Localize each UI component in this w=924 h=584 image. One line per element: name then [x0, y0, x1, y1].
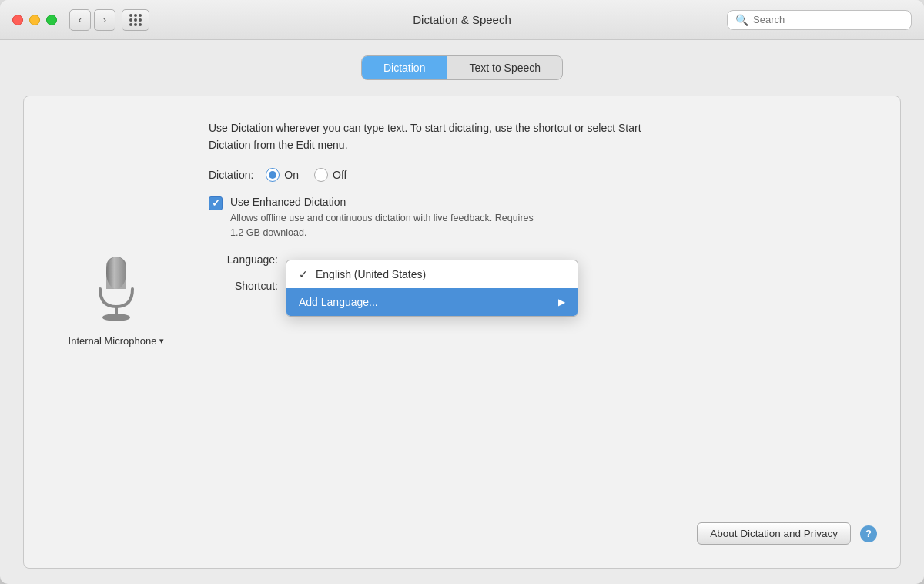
dropdown-item-add-language[interactable]: Add Language... ▶ — [286, 288, 578, 316]
nav-buttons: ‹ › — [69, 9, 116, 31]
tabs-container: Dictation Text to Speech — [361, 55, 563, 80]
search-input[interactable] — [753, 14, 903, 25]
enhanced-content: Use Enhanced Dictation Allows offline us… — [230, 196, 538, 240]
radio-on[interactable]: On — [266, 168, 299, 182]
window-title: Dictation & Speech — [413, 13, 511, 26]
description-text: Use Dictation wherever you can type text… — [209, 119, 655, 154]
language-label: Language: — [209, 253, 278, 266]
language-dropdown-menu[interactable]: ✓ English (United States) Add Language..… — [286, 260, 578, 317]
back-button[interactable]: ‹ — [69, 9, 91, 31]
bottom-bar: About Dictation and Privacy ? — [47, 522, 877, 545]
dictation-row: Dictation: On Off — [209, 168, 877, 182]
check-icon: ✓ — [299, 268, 308, 280]
enhanced-description: Allows offline use and continuous dictat… — [230, 211, 538, 240]
search-icon: 🔍 — [735, 14, 748, 26]
grid-button[interactable] — [122, 9, 149, 31]
language-row: Language: ✓ English (United States) Add … — [209, 253, 877, 266]
tab-dictation[interactable]: Dictation — [362, 56, 447, 79]
dropdown-item-english-label: English (United States) — [316, 268, 426, 280]
dictation-label: Dictation: — [209, 169, 253, 181]
radio-group: On Off — [266, 168, 346, 182]
radio-off-circle[interactable] — [314, 168, 328, 182]
main-panel: Internal Microphone ▾ Use Dictation wher… — [23, 96, 901, 569]
close-button[interactable] — [12, 15, 23, 25]
svg-point-3 — [106, 257, 126, 289]
microphone-section: Internal Microphone ▾ — [47, 119, 186, 507]
settings-section: Use Dictation wherever you can type text… — [209, 119, 877, 507]
enhanced-checkbox[interactable]: ✓ — [209, 196, 223, 210]
enhanced-dictation-row: ✓ Use Enhanced Dictation Allows offline … — [209, 196, 877, 240]
microphone-dropdown-arrow: ▾ — [159, 336, 164, 346]
microphone-icon — [85, 249, 147, 326]
titlebar: ‹ › Dictation & Speech 🔍 — [0, 0, 924, 40]
panel-inner: Internal Microphone ▾ Use Dictation wher… — [47, 119, 877, 507]
grid-icon — [129, 14, 142, 26]
radio-on-label: On — [284, 169, 299, 181]
add-language-label: Add Language... — [299, 296, 378, 308]
svg-point-5 — [102, 314, 130, 321]
main-window: ‹ › Dictation & Speech 🔍 Dictation Text … — [0, 0, 924, 584]
microphone-label[interactable]: Internal Microphone ▾ — [69, 335, 165, 347]
radio-off-label: Off — [333, 169, 346, 181]
enhanced-title: Use Enhanced Dictation — [230, 196, 538, 208]
dropdown-item-english[interactable]: ✓ English (United States) — [286, 260, 578, 288]
help-button[interactable]: ? — [860, 525, 877, 542]
radio-on-circle[interactable] — [266, 168, 280, 182]
tab-text-to-speech[interactable]: Text to Speech — [447, 56, 562, 79]
search-box[interactable]: 🔍 — [727, 10, 912, 30]
traffic-lights — [12, 15, 57, 25]
shortcut-label: Shortcut: — [209, 280, 278, 292]
forward-button[interactable]: › — [94, 9, 116, 31]
content-area: Dictation Text to Speech — [0, 40, 924, 584]
tab-bar: Dictation Text to Speech — [23, 55, 901, 80]
minimize-button[interactable] — [29, 15, 40, 25]
submenu-arrow-icon: ▶ — [558, 297, 565, 307]
radio-off[interactable]: Off — [314, 168, 346, 182]
about-button[interactable]: About Dictation and Privacy — [697, 522, 851, 545]
maximize-button[interactable] — [46, 15, 57, 25]
